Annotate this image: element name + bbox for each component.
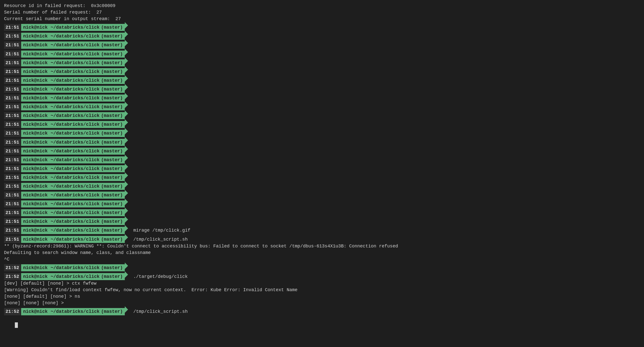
prompt-branch: (master) — [101, 95, 125, 101]
prompt-separator — [125, 216, 128, 223]
prompt-separator — [125, 84, 128, 91]
prompt-time: 21:51 — [4, 227, 21, 234]
prompt-row: 21:51 nick@nick~/databricks/click(master… — [0, 102, 644, 110]
command-text: /tmp/click_script.sh — [129, 236, 188, 243]
warning-context-line: [Warning] Couldn't find/load context fwf… — [0, 287, 644, 293]
prompt-branch: (master) — [101, 112, 125, 119]
prompt-separator — [125, 49, 128, 55]
prompt-path: ~/databricks/click — [49, 148, 101, 154]
prompt-time: 21:51 — [4, 218, 21, 225]
dev-prompt-line: [dev] [default] [none] > ctx fwfew — [0, 280, 644, 287]
prompt-path: ~/databricks/click — [49, 86, 101, 93]
prompt-time: 21:51 — [4, 59, 21, 66]
prompt-row: 21:51 nick@nick~/databricks/click(master… — [0, 181, 644, 190]
prompt-path: ~/databricks/click — [49, 121, 101, 128]
prompt-user: nick@nick — [21, 139, 49, 146]
prompt-path: ~/databricks/click — [49, 183, 101, 190]
prompt-branch: (master) — [101, 236, 125, 243]
prompt-user: nick@nick — [21, 308, 49, 315]
prompt-path: ~/databricks/click — [49, 157, 101, 163]
prompt-user: nick@nick — [21, 68, 49, 75]
prompt-path: ~/databricks/click — [49, 51, 101, 57]
prompt-row: 21:51 nick@nick~/databricks/click(master… — [0, 216, 644, 225]
command-text: ./target/debug/click — [129, 273, 188, 280]
prompt-branch: (master) — [101, 51, 125, 57]
prompt-separator — [125, 146, 128, 152]
prompt-row: 21:51 nick@nick~/databricks/click(master… — [0, 190, 644, 199]
prompt-path: ~/databricks/click — [49, 227, 101, 234]
prompt-path: ~/databricks/click — [49, 42, 101, 48]
prompt-path: ~/databricks/click — [49, 24, 101, 31]
prompt-time: 21:51 — [4, 95, 21, 102]
prompt-time: 21:51 — [4, 68, 21, 75]
prompt-row: 21:51 nick@nick~/databricks/click(master… — [0, 225, 644, 234]
prompt-user: nick@nick — [21, 273, 49, 280]
prompt-branch: (master) — [101, 33, 125, 39]
prompt-path: ~/databricks/click — [49, 165, 101, 172]
prompt-path: ~/databricks/click — [49, 209, 101, 216]
prompt-row: 21:51 nick@nick~/databricks/click(master… — [0, 66, 644, 75]
prompt-separator — [125, 199, 128, 205]
none-prompt-2: [none] [none] [none] > — [0, 300, 644, 306]
prompt-row: 21:51 nick@nick~/databricks/click(master… — [0, 31, 644, 40]
prompt-user: nick@nick — [21, 95, 49, 101]
prompt-user: nick@nick — [21, 227, 49, 234]
prompt-row: 21:51 nick@nick~/databricks/click(master… — [0, 119, 644, 128]
prompt-row: 21:52 nick@nick~/databricks/click(master… — [0, 263, 644, 271]
prompt-user: nick@nick — [21, 192, 49, 198]
prompt-path: ~/databricks/click — [49, 174, 101, 181]
prompt-time: 21:51 — [4, 130, 21, 137]
prompt-user: nick@nick — [21, 265, 49, 271]
prompt-branch: (master) — [101, 273, 125, 280]
prompt-separator — [125, 271, 128, 278]
prompt-user: nick@nick — [21, 218, 49, 225]
prompt-separator — [125, 102, 128, 108]
prompt-separator — [125, 93, 128, 99]
prompt-user: nick@nick — [21, 42, 49, 48]
prompt-branch: (master) — [101, 60, 125, 66]
prompt-user: nick@nick — [21, 33, 49, 39]
prompt-separator — [125, 66, 128, 73]
prompt-branch: (master) — [101, 121, 125, 128]
prompt-time: 21:51 — [4, 112, 21, 119]
prompt-row: 21:51 nick@nick~/databricks/click(master… — [0, 163, 644, 172]
prompt-separator — [125, 163, 128, 170]
prompt-user: nick@nick — [21, 51, 49, 57]
prompt-branch: (master) — [101, 201, 125, 207]
prompt-user: nick@nick — [21, 236, 49, 243]
prompt-row: 21:51 nick@nick~/databricks/click(master… — [0, 110, 644, 119]
prompt-row: 21:51 nick@nick~/databricks/click(master… — [0, 172, 644, 181]
prompt-separator — [125, 110, 128, 117]
prompt-path: ~/databricks/click — [49, 218, 101, 225]
prompt-separator — [125, 190, 128, 196]
prompt-row: 21:51 nick@nick~/databricks/click(master… — [0, 234, 644, 243]
prompt-path: ~/databricks/click — [49, 104, 101, 110]
prompt-row: 21:51 nick@nick~/databricks/click(master… — [0, 199, 644, 207]
prompt-time: 21:51 — [4, 165, 21, 172]
header-line-2: Serial number of failed request: 27 — [0, 9, 644, 16]
prompt-branch: (master) — [101, 77, 125, 84]
prompt-path: ~/databricks/click — [49, 95, 101, 101]
prompt-row: 21:51 nick@nick~/databricks/click(master… — [0, 40, 644, 49]
prompt-branch: (master) — [101, 227, 125, 234]
prompt-separator — [125, 181, 128, 188]
prompt-separator — [125, 155, 128, 161]
prompt-time: 21:51 — [4, 209, 21, 216]
prompt-time: 21:52 — [4, 264, 21, 271]
terminal: Resource id in failed request: 0x3c00009… — [0, 0, 644, 347]
prompt-path: ~/databricks/click — [49, 139, 101, 146]
prompt-separator — [125, 137, 128, 144]
prompt-path: ~/databricks/click — [49, 265, 101, 271]
prompt-path: ~/databricks/click — [49, 273, 101, 280]
prompt-branch: (master) — [101, 174, 125, 181]
prompt-time: 21:51 — [4, 77, 21, 84]
prompt-user: nick@nick — [21, 121, 49, 128]
prompt-time: 21:51 — [4, 174, 21, 181]
none-prompt-1: [none] [default] [none] > ns — [0, 293, 644, 300]
prompt-row: 21:51 nick@nick~/databricks/click(master… — [0, 93, 644, 102]
prompt-time: 21:51 — [4, 192, 21, 199]
prompt-time: 21:51 — [4, 200, 21, 207]
prompt-branch: (master) — [101, 265, 125, 271]
prompt-separator — [125, 40, 128, 46]
prompt-time: 21:51 — [4, 121, 21, 128]
